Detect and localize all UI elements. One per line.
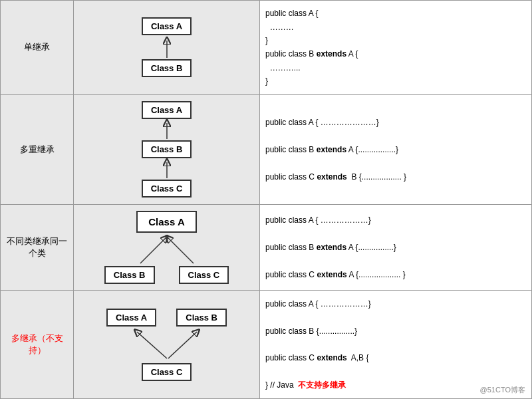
svg-line-8: [140, 238, 166, 263]
class-box-A-chain: Class A: [142, 101, 192, 119]
code-multi-chain: public class A { …………………} public class B…: [260, 94, 532, 204]
svg-line-12: [137, 332, 167, 358]
watermark: @51CTO博客: [480, 385, 525, 395]
svg-line-13: [168, 332, 197, 358]
class-box-A-multi: Class A: [106, 309, 156, 327]
diagram-fan-out: Class A: [74, 204, 260, 290]
arrow-chain-1: [157, 119, 177, 140]
class-box-A-fanout: Class A: [136, 211, 196, 233]
class-box-C-fanout: Class C: [179, 266, 229, 284]
label-multi-chain: 多重继承: [1, 94, 74, 204]
class-box-B-chain: Class B: [142, 140, 192, 158]
row-multi-chain: 多重继承 Class A Class B: [1, 94, 532, 204]
svg-line-9: [168, 238, 194, 263]
class-box-C-chain: Class C: [142, 180, 192, 198]
class-box-B-fanout: Class B: [104, 266, 155, 284]
arrow-single: [157, 35, 177, 59]
diagram-multi-chain: Class A Class B: [74, 94, 260, 204]
row-multiple-parents: 多继承（不支持） Class A Class B: [1, 291, 532, 399]
row-single-inheritance: 单继承 Class A Class B publi: [1, 1, 532, 95]
arrow-chain-2: [157, 158, 177, 180]
label-fan-out: 不同类继承同一个类: [1, 204, 74, 290]
class-box-B-multi: Class B: [176, 309, 227, 327]
label-single: 单继承: [1, 1, 74, 95]
main-table: 单继承 Class A Class B publi: [0, 0, 532, 399]
class-box-B-single: Class B: [142, 59, 192, 77]
class-box-C-multi: Class C: [142, 363, 192, 381]
label-multiple-parents-text: 多继承（不支持）: [11, 333, 63, 355]
row-fan-out: 不同类继承同一个类 Class A: [1, 204, 532, 290]
arrow-fanout: [114, 233, 220, 266]
code-multiple-parents: public class A { ………………} public class B …: [260, 291, 532, 399]
arrow-multi-parents: [107, 327, 227, 363]
label-multiple-parents: 多继承（不支持）: [1, 291, 74, 399]
code-fan-out: public class A { ………………} public class B …: [260, 204, 532, 290]
diagram-single: Class A Class B: [74, 1, 260, 95]
diagram-multiple-parents: Class A Class B: [74, 291, 260, 399]
class-box-A-single: Class A: [142, 17, 192, 35]
code-single: public class A { ……… } public class B ex…: [260, 1, 532, 95]
